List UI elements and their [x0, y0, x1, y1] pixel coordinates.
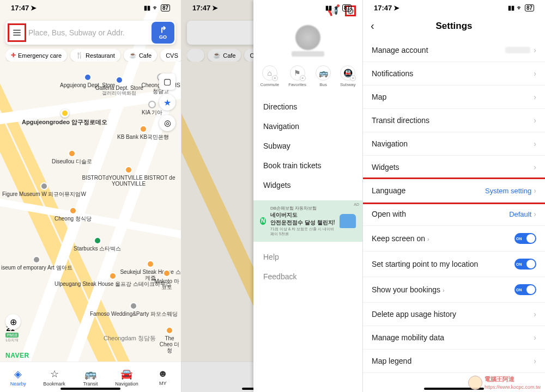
tab-nearby[interactable]: ◈Nearby: [0, 362, 36, 392]
quick-commute[interactable]: ⌂+Commute: [260, 65, 279, 87]
row-open-with[interactable]: Open withDefault›: [363, 203, 545, 226]
star-outline-icon: ☆: [50, 368, 59, 380]
home-icon: ⌂: [268, 69, 272, 77]
phone-drawer-screen: 17:47➤ ▮▮ᯤ87 ↱GO ☕CafeCVS ▢★◎ 🚘Navigatio…: [181, 0, 363, 392]
settings-header: ‹ Settings: [363, 15, 545, 39]
watermark: 電腦王阿達 https://www.kocpc.com.tw: [468, 375, 541, 390]
row-show-bookings[interactable]: Show your bookings›ON: [363, 277, 545, 303]
menu-directions[interactable]: Directions: [253, 97, 362, 117]
layers-icon: ▢: [164, 77, 171, 87]
hamburger-icon: [12, 28, 22, 38]
menu-feedback[interactable]: Feedback: [253, 267, 362, 286]
mascot-icon: [468, 376, 482, 390]
avatar[interactable]: [295, 25, 320, 50]
bus-icon: 🚌: [319, 69, 328, 77]
poi-figure: Figure Museum W 피규어뮤지엄W: [2, 182, 86, 197]
person-icon: ☻: [158, 368, 168, 379]
poi-diseullou: Diseullou 디슬로: [52, 150, 92, 164]
settings-list: Manage account› Notifications› Map› Tran…: [363, 39, 545, 373]
row-map-legend[interactable]: Map legend›: [363, 350, 545, 373]
quick-bus[interactable]: 🚌Bus: [316, 65, 331, 87]
poi-bistrot: BISTROTdYOUNTVILLE BISTROT de YOUNTVILLE: [76, 166, 181, 187]
menu-book-train[interactable]: Book train tickets: [253, 156, 362, 175]
car-icon: 🚘: [120, 368, 132, 380]
row-notifications[interactable]: Notifications›: [363, 62, 545, 85]
username: [292, 51, 324, 57]
go-button[interactable]: ↱GO: [152, 22, 174, 44]
car-illustration: [340, 214, 356, 228]
row-delete-history[interactable]: Delete app usage history›: [363, 303, 545, 326]
search-bar: Place, Bus, Subway or Addr. ↱GO: [5, 21, 175, 45]
menu-help[interactable]: Help: [253, 247, 362, 267]
pin-button[interactable]: ◎: [159, 115, 175, 131]
row-map[interactable]: Map›: [363, 85, 545, 109]
drawer-ad-banner[interactable]: N DB손해보험 자동차보험 네이버지도 안전운전점수 달성 챌린지! 71점 …: [253, 200, 362, 242]
location-arrow-icon: ➤: [31, 4, 37, 12]
side-drawer: 📢 ⚙ ⌂+Commute ⚑+Favorites 🚌Bus 🚇+Subway …: [253, 0, 362, 392]
poi-thecheo: The Cheo 더청: [158, 327, 181, 353]
row-keep-screen-on[interactable]: Keep screen on›ON: [363, 226, 545, 252]
chip-cvs[interactable]: CVS: [160, 49, 181, 62]
signal-icon: ▮▮: [144, 4, 150, 11]
wifi-icon: ᯤ: [153, 4, 159, 11]
row-transit[interactable]: Transit directions›: [363, 109, 545, 132]
toggle-on[interactable]: ON: [514, 284, 536, 295]
favorites-button[interactable]: ★: [159, 94, 175, 111]
quick-subway[interactable]: 🚇+Subway: [340, 65, 355, 87]
poi-famoso: Famoso Wedding&Party 파모소웨딩: [90, 302, 178, 317]
row-language[interactable]: LanguageSystem setting›: [363, 179, 545, 203]
status-right: ▮▮ᯤ 87: [144, 4, 170, 11]
row-starting-point[interactable]: Set starting point to my locationON: [363, 252, 545, 277]
chevron-right-icon: ›: [534, 46, 536, 54]
phone-settings-screen: 17:47➤ ▮▮ᯤ87 ‹ Settings Manage account› …: [363, 0, 545, 392]
poi-cheongdam: Cheongdam 청담동: [104, 335, 156, 341]
naver-logo: NAVER: [5, 352, 29, 359]
poi-apgujeongrodeo: Apgujeongrodeo 압구정로데오: [22, 109, 107, 125]
tab-my[interactable]: ☻MY: [145, 362, 181, 392]
search-input[interactable]: Place, Bus, Subway or Addr.: [28, 28, 152, 37]
star-icon: ★: [164, 97, 171, 108]
page-title: Settings: [371, 21, 537, 32]
map-side-buttons: ▢ ★ ◎: [159, 74, 175, 131]
plus-icon: ✚: [11, 52, 16, 59]
poi-makoto: Makoto 마코토: [153, 270, 181, 290]
poi-starbucks: Starbucks 스타벅스: [74, 237, 121, 252]
crosshair-icon: ⊕: [10, 317, 17, 327]
toggle-on[interactable]: ON: [514, 233, 536, 244]
pin-icon: ◎: [164, 118, 171, 128]
poi-galleria: Galleria Dept. Store갤러리아백화점: [95, 76, 143, 96]
row-mobility-data[interactable]: Manage mobility data›: [363, 326, 545, 350]
naver-n-icon: N: [260, 217, 266, 225]
nearby-icon: ◈: [14, 368, 22, 380]
menu-button[interactable]: [8, 23, 26, 42]
menu-subway[interactable]: Subway: [253, 136, 362, 156]
row-manage-account[interactable]: Manage account›: [363, 39, 545, 62]
phone-map-screen: Apgujeong Dept. Store Galleria Dept. Sto…: [0, 0, 181, 392]
row-widgets[interactable]: Widgets›: [363, 156, 545, 179]
chip-restaurant[interactable]: 🍴Restaurant: [70, 49, 120, 62]
chip-emergency[interactable]: ✚Emergency care: [5, 49, 67, 62]
quick-actions: ⌂+Commute ⚑+Favorites 🚌Bus 🚇+Subway: [253, 62, 362, 95]
home-indicator: [60, 388, 120, 390]
poi-museum: iseum of emporary Art 엠아트: [1, 256, 72, 271]
poi-cheong: Cheong 청식당: [55, 207, 92, 222]
fork-icon: 🍴: [76, 52, 83, 59]
toggle-on[interactable]: ON: [514, 259, 536, 270]
row-navigation[interactable]: Navigation›: [363, 132, 545, 156]
locate-button[interactable]: ⊕: [5, 314, 21, 329]
cup-icon: ☕: [129, 52, 137, 59]
chip-cafe[interactable]: ☕Cafe: [124, 49, 157, 62]
bus-icon: 🚌: [84, 368, 96, 380]
category-chips: ✚Emergency care 🍴Restaurant ☕Cafe CVS: [5, 49, 181, 62]
menu-widgets[interactable]: Widgets: [253, 175, 362, 195]
layers-button[interactable]: ▢: [159, 74, 175, 90]
quick-favorites[interactable]: ⚑+Favorites: [288, 65, 306, 87]
turn-arrow-icon: ↱: [160, 26, 167, 34]
drawer-menu: Directions Navigation Subway Book train …: [253, 95, 362, 197]
menu-navigation[interactable]: Navigation: [253, 117, 362, 136]
status-bar: 17:47➤ ▮▮ᯤ 87: [0, 0, 181, 15]
